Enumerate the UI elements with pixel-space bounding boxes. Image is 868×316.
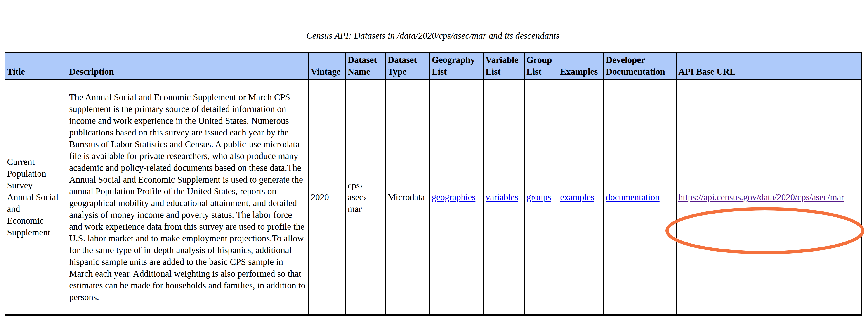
dataset-description-cell: The Annual Social and Economic Supplemen… [67, 80, 309, 315]
header-dataset-type: Dataset Type [385, 52, 430, 80]
header-dataset-name: Dataset Name [346, 52, 385, 80]
api-base-url-cell: https://api.census.gov/data/2020/cps/ase… [676, 80, 862, 315]
header-group-list: Group List [524, 52, 558, 80]
page-title: Census API: Datasets in /data/2020/cps/a… [4, 30, 861, 41]
geographies-link[interactable]: geographies [432, 192, 475, 202]
header-title: Title [5, 52, 67, 80]
dataset-name-cell: cps› asec› mar [346, 80, 385, 315]
vintage-cell: 2020 [309, 80, 346, 315]
header-api-base-url: API Base URL [676, 52, 862, 80]
header-description: Description [67, 52, 309, 80]
table-row: Current Population Survey Annual Social … [5, 80, 862, 315]
dataset-type-cell: Microdata [385, 80, 430, 315]
developer-documentation-cell: documentation [604, 80, 676, 315]
census-api-page: Census API: Datasets in /data/2020/cps/a… [0, 30, 868, 316]
examples-link[interactable]: examples [560, 192, 594, 202]
documentation-link[interactable]: documentation [606, 192, 659, 202]
table-header-row: Title Description Vintage Dataset Name D… [5, 52, 862, 80]
header-vintage: Vintage [309, 52, 346, 80]
datasets-table: Title Description Vintage Dataset Name D… [4, 52, 862, 316]
header-geography-list: Geography List [430, 52, 484, 80]
header-variable-list: Variable List [484, 52, 524, 80]
dataset-title-cell: Current Population Survey Annual Social … [5, 80, 67, 315]
group-list-cell: groups [524, 80, 558, 315]
header-developer-documentation: Developer Documentation [604, 52, 676, 80]
variables-link[interactable]: variables [486, 192, 518, 202]
groups-link[interactable]: groups [526, 192, 551, 202]
examples-cell: examples [558, 80, 604, 315]
header-examples: Examples [558, 52, 604, 80]
api-base-url-link[interactable]: https://api.census.gov/data/2020/cps/ase… [678, 192, 844, 202]
variable-list-cell: variables [484, 80, 524, 315]
geography-list-cell: geographies [430, 80, 484, 315]
